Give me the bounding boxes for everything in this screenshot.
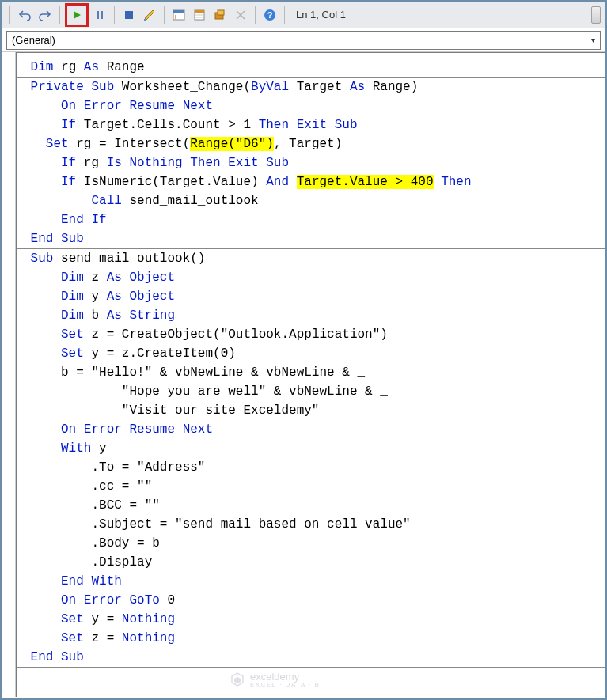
- code-block-1: Dim rg As Range: [17, 58, 605, 77]
- run-button[interactable]: [69, 7, 85, 23]
- toolbox-button[interactable]: [231, 6, 250, 25]
- cursor-position-status: Ln 1, Col 1: [296, 9, 346, 21]
- pause-icon: [95, 10, 104, 20]
- help-icon: ?: [264, 9, 276, 21]
- code-block-3: Sub send_mail_outlook() Dim z As Object …: [17, 249, 605, 667]
- project-explorer-icon: [173, 9, 185, 21]
- object-browser-button[interactable]: [211, 6, 230, 25]
- separator: [9, 6, 10, 24]
- svg-rect-2: [125, 11, 133, 19]
- margin-indicator-bar: [2, 52, 16, 697]
- separator: [255, 6, 256, 24]
- toolbox-icon: [234, 9, 247, 21]
- design-mode-button[interactable]: [140, 6, 159, 25]
- project-explorer-button[interactable]: [169, 6, 188, 25]
- separator: [164, 6, 165, 24]
- undo-icon: [18, 9, 31, 21]
- object-dropdown-value: (General): [12, 34, 55, 46]
- play-icon: [72, 10, 82, 20]
- separator: [59, 6, 60, 24]
- design-mode-icon: [143, 9, 156, 21]
- svg-text:?: ?: [267, 10, 273, 20]
- toolbar-overflow[interactable]: [591, 6, 601, 24]
- separator: [114, 6, 115, 24]
- svg-rect-0: [97, 11, 99, 19]
- declarations-bar: (General) ▾: [2, 28, 605, 52]
- code-area: Dim rg As Range Private Sub Worksheet_Ch…: [2, 52, 605, 697]
- svg-rect-3: [144, 19, 146, 21]
- run-button-highlight: [65, 3, 89, 27]
- toolbar: ? Ln 1, Col 1: [2, 2, 605, 28]
- svg-point-7: [175, 17, 176, 19]
- code-block-2: Private Sub Worksheet_Change(ByVal Targe…: [17, 78, 605, 248]
- help-button[interactable]: ?: [260, 6, 279, 25]
- code-editor[interactable]: Dim rg As Range Private Sub Worksheet_Ch…: [16, 52, 605, 697]
- undo-button[interactable]: [15, 6, 34, 25]
- chevron-down-icon: ▾: [591, 36, 595, 44]
- separator: [284, 6, 285, 24]
- svg-rect-1: [101, 11, 103, 19]
- svg-rect-13: [218, 10, 224, 15]
- object-dropdown[interactable]: (General) ▾: [6, 31, 601, 50]
- procedure-divider: [17, 667, 605, 668]
- redo-icon: [39, 9, 51, 21]
- object-browser-icon: [214, 9, 226, 21]
- redo-button[interactable]: [36, 6, 55, 25]
- stop-icon: [124, 10, 134, 20]
- properties-button[interactable]: [190, 6, 209, 25]
- break-button[interactable]: [90, 6, 109, 25]
- svg-rect-5: [173, 10, 184, 13]
- svg-rect-9: [195, 10, 204, 13]
- svg-point-6: [175, 15, 176, 17]
- properties-icon: [193, 9, 206, 21]
- reset-button[interactable]: [120, 6, 138, 25]
